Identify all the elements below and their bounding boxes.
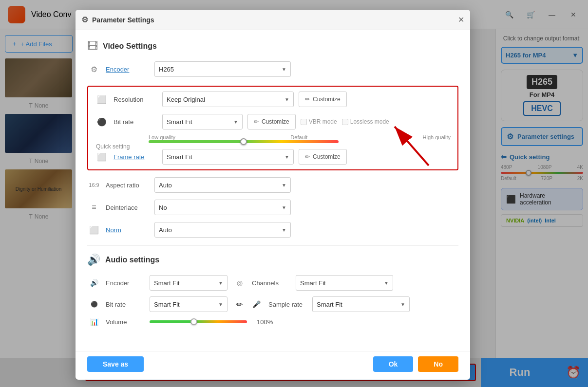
no-button[interactable]: No	[418, 356, 458, 372]
sample-rate-value: Smart Fit	[317, 301, 342, 308]
bitrate-value: Smart Fit	[167, 118, 192, 126]
bitrate-customize-label: Customize	[262, 118, 289, 125]
dialog-titlebar: ⚙ Parameter Settings ✕	[76, 10, 470, 30]
channels-select[interactable]: Smart Fit ▼	[296, 275, 393, 291]
quick-setting-inline-label: Quick setting	[96, 143, 130, 150]
encoder-row: ⚙ Encoder H265 ▼	[87, 61, 458, 77]
bitrate-icon: ⚫	[95, 117, 109, 127]
save-as-button[interactable]: Save as	[87, 356, 144, 372]
deinterlace-row: ≡ Deinterlace No ▼	[87, 200, 458, 215]
frame-rate-arrow: ▼	[285, 154, 289, 160]
ok-button[interactable]: Ok	[373, 356, 414, 372]
audio-encoder-icon: 🔊	[87, 279, 101, 287]
frame-rate-value: Smart Fit	[167, 153, 192, 161]
video-settings-header: 🎞 Video Settings	[87, 40, 458, 53]
audio-encoder-select[interactable]: Smart Fit ▼	[150, 275, 228, 291]
quick-setting-slider-row: Quick setting Low quality Default High q…	[149, 134, 451, 143]
audio-settings-icon: 🔊	[87, 254, 100, 266]
frame-rate-select[interactable]: Smart Fit ▼	[162, 149, 294, 165]
dialog-title-icon: ⚙	[81, 15, 88, 24]
encoder-arrow: ▼	[282, 67, 286, 72]
bitrate-customize-button[interactable]: ✏ Customize	[247, 114, 296, 129]
customize-pen-icon-1: ✏	[305, 96, 310, 103]
lossless-mode-checkbox[interactable]: Lossless mode	[342, 118, 389, 125]
sample-rate-arrow: ▼	[400, 302, 405, 307]
section-divider	[87, 245, 458, 246]
aspect-ratio-row: 16:9 Aspect ratio Auto ▼	[87, 177, 458, 193]
norm-label[interactable]: Norm	[106, 226, 150, 234]
audio-bitrate-label: Bit rate	[106, 301, 145, 308]
audio-bitrate-select[interactable]: Smart Fit ▼	[150, 296, 228, 312]
frame-rate-customize-button[interactable]: ✏ Customize	[299, 149, 347, 165]
slider-high-label: High quality	[423, 134, 451, 140]
sample-rate-select[interactable]: Smart Fit ▼	[312, 296, 410, 312]
frame-rate-row: ⬜ Frame rate Smart Fit ▼ ✏ Customize	[95, 149, 451, 165]
resolution-value: Keep Original	[167, 96, 205, 103]
volume-slider-thumb[interactable]	[190, 318, 197, 325]
sample-rate-label: Sample rate	[268, 301, 307, 308]
volume-icon: 📊	[87, 318, 101, 326]
dialog-close-button[interactable]: ✕	[458, 15, 464, 24]
norm-value: Auto	[159, 226, 172, 234]
frame-rate-icon: ⬜	[95, 152, 109, 162]
volume-label: Volume	[106, 318, 145, 326]
encoder-select[interactable]: H265 ▼	[154, 61, 291, 77]
deinterlace-select[interactable]: No ▼	[154, 200, 291, 215]
quality-main-slider-track[interactable]	[149, 140, 339, 143]
deinterlace-label: Deinterlace	[106, 204, 150, 211]
lossless-mode-label: Lossless mode	[350, 118, 389, 125]
customize-pen-icon-3: ✏	[305, 153, 310, 160]
video-settings-icon: 🎞	[87, 40, 98, 53]
deinterlace-arrow: ▼	[282, 205, 286, 210]
frame-rate-customize-label: Customize	[313, 153, 341, 160]
encoder-label[interactable]: Encoder	[106, 66, 150, 73]
vbr-mode-checkbox[interactable]: VBR mode	[301, 118, 337, 125]
aspect-ratio-arrow: ▼	[282, 183, 286, 188]
volume-percent: 100%	[257, 318, 273, 326]
slider-labels: Low quality Default High quality	[149, 134, 451, 140]
audio-bitrate-arrow: ▼	[218, 302, 223, 307]
audio-encoder-value: Smart Fit	[154, 279, 180, 287]
audio-encoder-label: Encoder	[106, 279, 145, 287]
norm-arrow: ▼	[282, 227, 286, 233]
quality-main-slider-thumb[interactable]	[240, 138, 247, 145]
audio-bitrate-value: Smart Fit	[154, 301, 180, 308]
resolution-customize-button[interactable]: ✏ Customize	[299, 92, 347, 107]
audio-encoder-channels-row: 🔊 Encoder Smart Fit ▼ ◎ Channels Smart F…	[87, 275, 458, 291]
slider-default-label: Default	[290, 134, 307, 140]
sample-rate-icon: 🎤	[249, 300, 264, 308]
resolution-arrow: ▼	[285, 97, 289, 102]
video-settings-title: Video Settings	[103, 42, 157, 51]
aspect-ratio-icon: 16:9	[87, 182, 101, 188]
vbr-checkbox-input[interactable]	[301, 119, 307, 125]
volume-slider-track[interactable]	[150, 320, 247, 323]
frame-rate-label[interactable]: Frame rate	[114, 153, 157, 161]
slider-low-label: Low quality	[149, 134, 175, 140]
bitrate-arrow: ▼	[233, 119, 238, 125]
audio-settings-section: 🔊 Audio settings 🔊 Encoder Smart Fit ▼ ◎…	[87, 254, 458, 336]
norm-row: ⬜ Norm Auto ▼	[87, 222, 458, 238]
lossless-checkbox-input[interactable]	[342, 119, 348, 125]
dialog-footer-right: Ok No	[373, 356, 458, 372]
audio-encoder-arrow: ▼	[218, 280, 223, 286]
channels-value: Smart Fit	[300, 279, 326, 287]
norm-icon: ⬜	[87, 225, 101, 235]
channels-arrow: ▼	[384, 280, 389, 286]
audio-bitrate-sample-row: ⚫ Bit rate Smart Fit ▼ ✏ 🎤 Sample rate S…	[87, 296, 458, 312]
volume-row: 📊 Volume 100%	[87, 318, 458, 326]
customize-pen-icon-2: ✏	[254, 118, 259, 125]
bitrate-select[interactable]: Smart Fit ▼	[162, 114, 243, 129]
deinterlace-icon: ≡	[87, 203, 101, 212]
aspect-ratio-select[interactable]: Auto ▼	[154, 177, 291, 193]
dialog-title-text: Parameter Settings	[92, 16, 154, 24]
aspect-ratio-value: Auto	[159, 182, 172, 189]
audio-bitrate-edit-icon[interactable]: ✏	[236, 300, 244, 309]
bitrate-row: ⚫ Bit rate Smart Fit ▼ ✏ Customize VBR m…	[95, 114, 451, 129]
dialog-title-left: ⚙ Parameter Settings	[81, 15, 154, 24]
norm-select[interactable]: Auto ▼	[154, 222, 291, 238]
audio-bitrate-icon: ⚫	[87, 301, 101, 308]
resolution-icon: ⬜	[95, 95, 109, 104]
bitrate-label: Bit rate	[114, 118, 157, 126]
dialog-body: 🎞 Video Settings ⚙ Encoder H265 ▼ ⬜ Reso…	[76, 30, 470, 346]
resolution-select[interactable]: Keep Original ▼	[162, 92, 294, 107]
